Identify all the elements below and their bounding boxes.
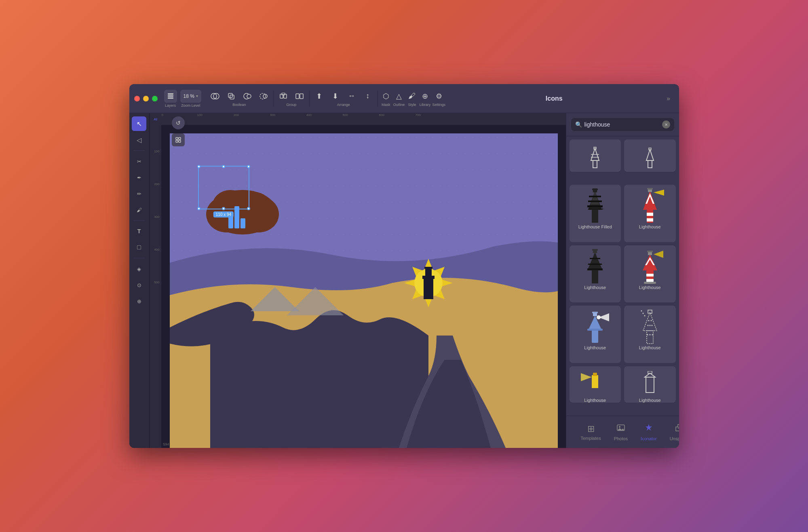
ungroup-button[interactable] — [292, 91, 307, 102]
tab-unsplash[interactable]: Unsplash — [663, 420, 679, 444]
history-button[interactable]: ↺ — [172, 116, 185, 129]
close-button[interactable] — [134, 96, 140, 101]
arrange-forward-button[interactable]: ⬆ — [312, 91, 327, 102]
layers-label: Layers — [165, 103, 176, 108]
settings-label: Settings — [432, 103, 445, 107]
icon-results-grid: Lighthouse Filled — [566, 136, 679, 416]
group-button[interactable] — [276, 91, 291, 102]
main-window: Layers 18 % ▾ Zoom Level — [129, 84, 679, 448]
boolean-exclude-button[interactable] — [256, 91, 271, 102]
list-item[interactable]: Lighthouse — [624, 366, 676, 403]
svg-marker-112 — [646, 424, 652, 431]
photos-icon — [616, 423, 625, 435]
snap-button[interactable] — [172, 133, 185, 146]
icon-preview — [634, 371, 666, 395]
svg-marker-90 — [643, 312, 657, 331]
minimize-button[interactable] — [143, 96, 149, 101]
icon-name: Lighthouse — [639, 398, 661, 403]
pen-tool[interactable]: ✒ — [132, 170, 146, 185]
search-input-wrap[interactable]: 🔍 ✕ — [571, 118, 674, 131]
pencil-tool[interactable]: ✏ — [132, 186, 146, 201]
icon-preview — [634, 310, 666, 343]
text-tool[interactable]: T — [132, 224, 146, 239]
tab-iconator[interactable]: Iconator — [634, 420, 663, 444]
ruler-corner: AI — [150, 113, 162, 125]
canvas-area[interactable]: ↺ AI 0 100 200 300 400 500 600 700 — [150, 113, 566, 448]
svg-rect-37 — [241, 218, 245, 228]
svg-point-102 — [641, 310, 642, 312]
templates-label: Templates — [581, 436, 601, 441]
icon-name: Lighthouse — [639, 285, 661, 290]
svg-rect-79 — [647, 251, 653, 252]
unsplash-label: Unsplash — [670, 436, 679, 441]
vector-tool[interactable]: ◁ — [132, 133, 146, 147]
zoom-level-button[interactable]: 18 % ▾ — [180, 90, 201, 103]
boolean-label: Boolean — [232, 103, 246, 107]
arrange-backward-button[interactable]: ⬇ — [328, 91, 343, 102]
svg-rect-82 — [592, 329, 598, 343]
list-item[interactable]: Lighthouse — [624, 245, 676, 303]
list-item[interactable]: Lighthouse — [570, 245, 621, 303]
svg-rect-89 — [647, 331, 653, 344]
svg-marker-80 — [654, 251, 663, 258]
list-item[interactable]: Lighthouse — [624, 185, 676, 242]
list-item[interactable]: Lighthouse — [570, 306, 621, 363]
scissors-tool[interactable]: ✂ — [132, 154, 146, 169]
svg-rect-51 — [592, 188, 598, 190]
svg-point-99 — [652, 334, 653, 336]
templates-icon: ⊞ — [587, 424, 595, 434]
tab-photos[interactable]: Photos — [608, 420, 634, 444]
rect-tool[interactable]: □ — [132, 240, 146, 255]
svg-marker-105 — [581, 373, 592, 381]
list-item[interactable]: Lighthouse — [624, 306, 676, 363]
separator-2 — [309, 91, 310, 107]
arrange-flip-h-button[interactable]: ↔ — [344, 91, 359, 102]
search-input[interactable] — [584, 121, 660, 128]
svg-rect-2 — [168, 97, 173, 99]
svg-rect-68 — [592, 249, 598, 251]
svg-rect-14 — [296, 94, 299, 99]
separator-1 — [273, 91, 274, 107]
search-clear-button[interactable]: ✕ — [662, 120, 670, 129]
svg-rect-18 — [176, 140, 178, 142]
svg-rect-104 — [593, 373, 597, 376]
list-item[interactable] — [624, 139, 676, 172]
arrange-flip-v-button[interactable]: ↕ — [361, 91, 375, 102]
svg-rect-43 — [648, 160, 652, 168]
svg-point-94 — [647, 325, 648, 326]
svg-rect-65 — [592, 270, 598, 283]
icon-name: Lighthouse — [584, 398, 606, 403]
ai-label: AI — [154, 117, 157, 121]
svg-rect-74 — [646, 279, 654, 282]
search-bar: 🔍 ✕ — [566, 113, 679, 136]
layers-button[interactable] — [164, 90, 177, 103]
list-item[interactable] — [570, 139, 621, 172]
svg-point-92 — [648, 320, 649, 321]
maximize-button[interactable] — [152, 96, 158, 101]
search-icon: 🔍 — [575, 121, 582, 128]
select-tool[interactable]: ↖ — [132, 116, 146, 131]
bottom-coordinate: 594 — [163, 442, 169, 446]
zoom-label: Zoom Level — [181, 103, 200, 108]
boolean-union-button[interactable] — [208, 91, 222, 102]
canvas-content: 110 x 94 594 — [162, 125, 566, 448]
lasso-tool[interactable]: ⊙ — [132, 278, 146, 292]
library-label: Library — [420, 103, 431, 107]
svg-marker-111 — [617, 428, 624, 431]
zoom-tool[interactable]: ⊕ — [132, 294, 146, 308]
boolean-intersect-button[interactable] — [224, 91, 238, 102]
list-item[interactable]: Lighthouse — [570, 366, 621, 403]
paint-tool[interactable]: 🖌 — [132, 203, 146, 217]
tab-templates[interactable]: ⊞ Templates — [574, 420, 608, 444]
eraser-tool[interactable]: ◈ — [132, 262, 146, 276]
icon-preview — [583, 144, 607, 169]
list-item[interactable]: Lighthouse Filled — [570, 185, 621, 242]
svg-rect-53 — [588, 201, 602, 202]
svg-point-93 — [650, 320, 652, 321]
separator-3 — [378, 91, 378, 107]
svg-rect-0 — [168, 93, 173, 95]
svg-rect-81 — [644, 282, 656, 284]
boolean-subtract-button[interactable] — [240, 91, 255, 102]
svg-point-98 — [649, 334, 650, 336]
svg-rect-19 — [179, 140, 181, 142]
